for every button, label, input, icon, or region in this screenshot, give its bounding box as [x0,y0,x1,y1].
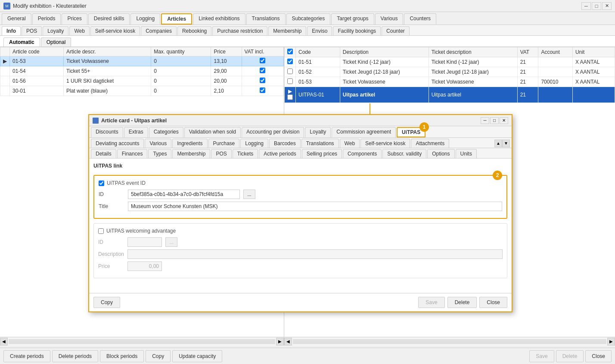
table-row-selected[interactable]: ▶ UITPAS-01 Uitpas artikel Uitpas artike… [285,87,615,103]
row-checkbox[interactable] [287,94,293,100]
dialog-tab-selling-prices[interactable]: Selling prices [302,149,342,158]
row-checkbox[interactable] [287,68,293,74]
dialog-tab-units[interactable]: Units [456,149,477,158]
dialog-tab-components[interactable]: Components [343,149,382,158]
dialog-tab-categories[interactable]: Categories [149,127,183,137]
dialog-tab-commission[interactable]: Commission agreement [332,127,396,137]
dialog-tab-accounting[interactable]: Accounting per division [242,127,304,137]
tab-translations[interactable]: Translations [246,13,286,25]
table-row[interactable]: 01-51 Ticket Kind (-12 jaar) Ticket Kind… [285,57,615,67]
dialog-tab-logging[interactable]: Logging [240,139,268,148]
vat-checkbox[interactable] [242,86,283,96]
dialog-tab-barcodes[interactable]: Barcodes [269,139,301,148]
event-id-input[interactable] [128,190,240,199]
dialog-tab-extras[interactable]: Extras [124,127,148,137]
dialog-close-button[interactable]: ✕ [500,117,508,124]
row-checkbox[interactable] [287,78,293,84]
minimize-button[interactable]: ─ [581,2,591,10]
dialog-tab-pos[interactable]: POS [211,149,231,158]
tab-counters[interactable]: Counters [404,13,436,25]
dialog-tab-translations[interactable]: Translations [301,139,339,148]
tabs-scroll-down[interactable]: ▼ [502,140,510,147]
subtab-info[interactable]: Info [2,26,21,35]
event-id-checkbox[interactable] [99,180,104,186]
tab-subcategories[interactable]: Subcategories [286,13,331,25]
dialog-restore-button[interactable]: □ [490,117,499,124]
vat-checkbox[interactable] [242,56,283,66]
dialog-tab-attachments[interactable]: Attachments [411,139,449,148]
dialog-tab-web[interactable]: Web [340,139,360,148]
subtab-loyalty[interactable]: Loyalty [43,26,68,35]
dialog-tab-selfservice[interactable]: Self-service kiosk [360,139,410,148]
welcoming-checkbox[interactable] [98,228,104,234]
tab-general[interactable]: General [2,13,31,25]
subtab-membership[interactable]: Membership [268,26,306,35]
copy-button[interactable]: Copy [146,350,171,362]
subtab-rebooking[interactable]: Rebooking [177,26,211,35]
close-button[interactable]: Close [585,350,612,362]
table-row[interactable]: 01-56 1 UUR SKI dagticket 0 20,00 [0,76,284,86]
table-row[interactable]: ▶ 01-53 Ticket Volwassene 0 13,10 [0,56,284,66]
dialog-tab-details[interactable]: Details [91,149,116,158]
subtab-facility-bookings[interactable]: Facility bookings [333,26,381,35]
dialog-tab-loyalty[interactable]: Loyalty [305,127,331,137]
restore-button[interactable]: □ [592,2,601,10]
dialog-tab-finances[interactable]: Finances [117,149,148,158]
dialog-tab-discounts[interactable]: Discounts [91,127,123,137]
tab-logging[interactable]: Logging [130,13,160,25]
welcoming-desc-input[interactable] [127,249,503,259]
table-row[interactable]: 01-54 Ticket 55+ 0 29,00 [0,66,284,76]
close-window-button[interactable]: ✕ [602,2,612,10]
dialog-copy-button[interactable]: Copy [93,297,120,308]
block-periods-button[interactable]: Block periods [100,350,144,362]
dialog-tab-various[interactable]: Various [145,139,171,148]
scroll-right-btn[interactable]: ▶ [607,338,615,345]
welcoming-browse-button[interactable]: ... [165,237,177,247]
inner-tab-automatic[interactable]: Automatic [3,37,40,47]
dialog-tab-tickets[interactable]: Tickets [233,149,258,158]
scroll-track[interactable] [9,339,275,344]
dialog-tab-purchase[interactable]: Purchase [208,139,240,148]
right-scrollbar[interactable]: ◀ ▶ [284,337,615,345]
subtab-purchase-restriction[interactable]: Purchase restriction [212,26,267,35]
table-row[interactable]: 01-53 Ticket Volwassene Ticket Volwassen… [285,77,615,87]
dialog-tab-ingredients[interactable]: Ingredients [172,139,207,148]
scroll-track[interactable] [293,339,606,344]
update-capacity-button[interactable]: Update capacity [172,350,222,362]
dialog-tab-deviating[interactable]: Deviating accounts [91,139,144,148]
subtab-selfservice[interactable]: Self-service kiosk [90,26,140,35]
dialog-close-button[interactable]: Close [479,297,507,308]
scroll-left-btn[interactable]: ◀ [0,338,8,345]
dialog-delete-button[interactable]: Delete [447,297,477,308]
scroll-left-btn[interactable]: ◀ [284,338,292,345]
vat-checkbox[interactable] [242,66,283,76]
dialog-tab-active-periods[interactable]: Active periods [259,149,301,158]
create-periods-button[interactable]: Create periods [3,350,50,362]
delete-button[interactable]: Delete [556,350,584,362]
dialog-save-button[interactable]: Save [418,297,444,308]
subtab-pos[interactable]: POS [22,26,42,35]
tab-articles[interactable]: Articles [161,13,192,25]
tab-prices[interactable]: Prices [62,13,87,25]
dialog-tab-options[interactable]: Options [427,149,454,158]
vat-checkbox[interactable] [242,76,283,86]
tab-target-groups[interactable]: Target groups [331,13,374,25]
welcoming-id-input[interactable] [127,237,162,247]
dialog-tab-validation[interactable]: Validation when sold [184,127,241,137]
subtab-enviso[interactable]: Enviso [307,26,332,35]
select-all-checkbox[interactable] [287,49,293,54]
subtab-web[interactable]: Web [69,26,89,35]
dialog-minimize-button[interactable]: ─ [481,117,489,124]
tab-periods[interactable]: Periods [32,13,61,25]
dialog-tab-membership[interactable]: Membership [172,149,210,158]
save-button[interactable]: Save [529,350,554,362]
table-row[interactable]: 01-52 Ticket Jeugd (12-18 jaar) Ticket J… [285,67,615,77]
inner-tab-optional[interactable]: Optional [41,37,71,47]
delete-periods-button[interactable]: Delete periods [52,350,98,362]
tabs-scroll-up[interactable]: ▲ [494,140,502,147]
tab-desired-skills[interactable]: Desired skills [88,13,130,25]
dialog-tab-subscr-validity[interactable]: Subscr. validity [382,149,426,158]
left-scrollbar[interactable]: ◀ ▶ [0,337,284,345]
event-title-input[interactable] [128,202,502,211]
subtab-counter[interactable]: Counter [382,26,410,35]
